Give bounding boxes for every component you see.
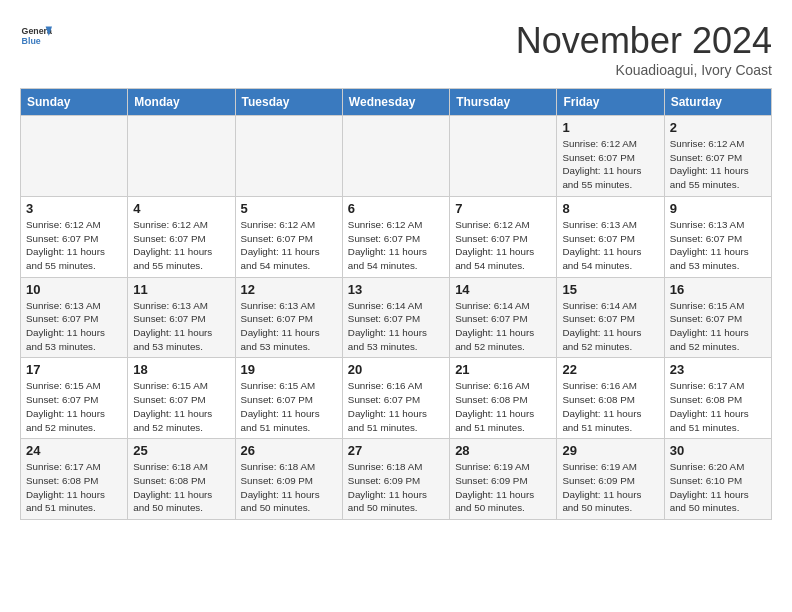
day-info: Sunrise: 6:19 AM Sunset: 6:09 PM Dayligh… xyxy=(455,460,551,515)
calendar-day-cell: 20Sunrise: 6:16 AM Sunset: 6:07 PM Dayli… xyxy=(342,358,449,439)
calendar-day-cell: 11Sunrise: 6:13 AM Sunset: 6:07 PM Dayli… xyxy=(128,277,235,358)
calendar-day-cell: 9Sunrise: 6:13 AM Sunset: 6:07 PM Daylig… xyxy=(664,196,771,277)
day-number: 21 xyxy=(455,362,551,377)
calendar-day-cell: 1Sunrise: 6:12 AM Sunset: 6:07 PM Daylig… xyxy=(557,116,664,197)
calendar-week-row: 17Sunrise: 6:15 AM Sunset: 6:07 PM Dayli… xyxy=(21,358,772,439)
day-info: Sunrise: 6:13 AM Sunset: 6:07 PM Dayligh… xyxy=(26,299,122,354)
day-info: Sunrise: 6:19 AM Sunset: 6:09 PM Dayligh… xyxy=(562,460,658,515)
day-of-week-header: Friday xyxy=(557,89,664,116)
day-number: 10 xyxy=(26,282,122,297)
day-number: 7 xyxy=(455,201,551,216)
day-number: 9 xyxy=(670,201,766,216)
day-number: 15 xyxy=(562,282,658,297)
day-number: 19 xyxy=(241,362,337,377)
calendar-day-cell: 4Sunrise: 6:12 AM Sunset: 6:07 PM Daylig… xyxy=(128,196,235,277)
calendar-week-row: 3Sunrise: 6:12 AM Sunset: 6:07 PM Daylig… xyxy=(21,196,772,277)
calendar-table: SundayMondayTuesdayWednesdayThursdayFrid… xyxy=(20,88,772,520)
day-of-week-header: Tuesday xyxy=(235,89,342,116)
calendar-day-cell: 27Sunrise: 6:18 AM Sunset: 6:09 PM Dayli… xyxy=(342,439,449,520)
calendar-day-cell: 14Sunrise: 6:14 AM Sunset: 6:07 PM Dayli… xyxy=(450,277,557,358)
day-of-week-header: Sunday xyxy=(21,89,128,116)
day-of-week-header: Saturday xyxy=(664,89,771,116)
day-info: Sunrise: 6:18 AM Sunset: 6:08 PM Dayligh… xyxy=(133,460,229,515)
day-of-week-header: Thursday xyxy=(450,89,557,116)
calendar-day-cell: 12Sunrise: 6:13 AM Sunset: 6:07 PM Dayli… xyxy=(235,277,342,358)
day-info: Sunrise: 6:14 AM Sunset: 6:07 PM Dayligh… xyxy=(562,299,658,354)
day-number: 23 xyxy=(670,362,766,377)
day-number: 28 xyxy=(455,443,551,458)
calendar-day-cell: 8Sunrise: 6:13 AM Sunset: 6:07 PM Daylig… xyxy=(557,196,664,277)
day-info: Sunrise: 6:18 AM Sunset: 6:09 PM Dayligh… xyxy=(241,460,337,515)
day-info: Sunrise: 6:17 AM Sunset: 6:08 PM Dayligh… xyxy=(26,460,122,515)
calendar-day-cell: 5Sunrise: 6:12 AM Sunset: 6:07 PM Daylig… xyxy=(235,196,342,277)
day-info: Sunrise: 6:12 AM Sunset: 6:07 PM Dayligh… xyxy=(670,137,766,192)
day-info: Sunrise: 6:16 AM Sunset: 6:07 PM Dayligh… xyxy=(348,379,444,434)
calendar-day-cell: 25Sunrise: 6:18 AM Sunset: 6:08 PM Dayli… xyxy=(128,439,235,520)
day-info: Sunrise: 6:15 AM Sunset: 6:07 PM Dayligh… xyxy=(670,299,766,354)
calendar-day-cell: 17Sunrise: 6:15 AM Sunset: 6:07 PM Dayli… xyxy=(21,358,128,439)
calendar-day-cell: 19Sunrise: 6:15 AM Sunset: 6:07 PM Dayli… xyxy=(235,358,342,439)
calendar-day-cell: 21Sunrise: 6:16 AM Sunset: 6:08 PM Dayli… xyxy=(450,358,557,439)
day-number: 5 xyxy=(241,201,337,216)
day-info: Sunrise: 6:13 AM Sunset: 6:07 PM Dayligh… xyxy=(241,299,337,354)
day-number: 13 xyxy=(348,282,444,297)
day-info: Sunrise: 6:12 AM Sunset: 6:07 PM Dayligh… xyxy=(241,218,337,273)
day-info: Sunrise: 6:13 AM Sunset: 6:07 PM Dayligh… xyxy=(562,218,658,273)
day-info: Sunrise: 6:17 AM Sunset: 6:08 PM Dayligh… xyxy=(670,379,766,434)
calendar-day-cell: 3Sunrise: 6:12 AM Sunset: 6:07 PM Daylig… xyxy=(21,196,128,277)
calendar-day-cell xyxy=(235,116,342,197)
calendar-week-row: 24Sunrise: 6:17 AM Sunset: 6:08 PM Dayli… xyxy=(21,439,772,520)
calendar-day-cell xyxy=(128,116,235,197)
day-number: 12 xyxy=(241,282,337,297)
calendar-day-cell: 16Sunrise: 6:15 AM Sunset: 6:07 PM Dayli… xyxy=(664,277,771,358)
calendar-day-cell: 7Sunrise: 6:12 AM Sunset: 6:07 PM Daylig… xyxy=(450,196,557,277)
calendar-day-cell: 29Sunrise: 6:19 AM Sunset: 6:09 PM Dayli… xyxy=(557,439,664,520)
day-number: 11 xyxy=(133,282,229,297)
day-number: 4 xyxy=(133,201,229,216)
day-info: Sunrise: 6:16 AM Sunset: 6:08 PM Dayligh… xyxy=(562,379,658,434)
calendar-day-cell: 28Sunrise: 6:19 AM Sunset: 6:09 PM Dayli… xyxy=(450,439,557,520)
calendar-day-cell xyxy=(450,116,557,197)
calendar-day-cell xyxy=(21,116,128,197)
svg-text:Blue: Blue xyxy=(22,36,41,46)
calendar-week-row: 1Sunrise: 6:12 AM Sunset: 6:07 PM Daylig… xyxy=(21,116,772,197)
day-info: Sunrise: 6:12 AM Sunset: 6:07 PM Dayligh… xyxy=(348,218,444,273)
day-number: 18 xyxy=(133,362,229,377)
calendar-day-cell: 6Sunrise: 6:12 AM Sunset: 6:07 PM Daylig… xyxy=(342,196,449,277)
day-info: Sunrise: 6:14 AM Sunset: 6:07 PM Dayligh… xyxy=(455,299,551,354)
day-number: 2 xyxy=(670,120,766,135)
calendar-header-row: SundayMondayTuesdayWednesdayThursdayFrid… xyxy=(21,89,772,116)
day-info: Sunrise: 6:15 AM Sunset: 6:07 PM Dayligh… xyxy=(26,379,122,434)
day-info: Sunrise: 6:16 AM Sunset: 6:08 PM Dayligh… xyxy=(455,379,551,434)
calendar-day-cell xyxy=(342,116,449,197)
day-info: Sunrise: 6:12 AM Sunset: 6:07 PM Dayligh… xyxy=(133,218,229,273)
month-year-title: November 2024 xyxy=(516,20,772,62)
calendar-day-cell: 2Sunrise: 6:12 AM Sunset: 6:07 PM Daylig… xyxy=(664,116,771,197)
calendar-day-cell: 15Sunrise: 6:14 AM Sunset: 6:07 PM Dayli… xyxy=(557,277,664,358)
day-info: Sunrise: 6:13 AM Sunset: 6:07 PM Dayligh… xyxy=(133,299,229,354)
day-info: Sunrise: 6:14 AM Sunset: 6:07 PM Dayligh… xyxy=(348,299,444,354)
day-number: 25 xyxy=(133,443,229,458)
location-subtitle: Kouadioagui, Ivory Coast xyxy=(516,62,772,78)
logo-icon: General Blue xyxy=(20,20,52,52)
day-number: 30 xyxy=(670,443,766,458)
calendar-day-cell: 23Sunrise: 6:17 AM Sunset: 6:08 PM Dayli… xyxy=(664,358,771,439)
day-number: 16 xyxy=(670,282,766,297)
calendar-day-cell: 30Sunrise: 6:20 AM Sunset: 6:10 PM Dayli… xyxy=(664,439,771,520)
day-number: 14 xyxy=(455,282,551,297)
day-info: Sunrise: 6:13 AM Sunset: 6:07 PM Dayligh… xyxy=(670,218,766,273)
day-number: 20 xyxy=(348,362,444,377)
calendar-week-row: 10Sunrise: 6:13 AM Sunset: 6:07 PM Dayli… xyxy=(21,277,772,358)
calendar-day-cell: 10Sunrise: 6:13 AM Sunset: 6:07 PM Dayli… xyxy=(21,277,128,358)
day-number: 17 xyxy=(26,362,122,377)
day-number: 24 xyxy=(26,443,122,458)
title-block: November 2024 Kouadioagui, Ivory Coast xyxy=(516,20,772,78)
day-number: 27 xyxy=(348,443,444,458)
calendar-day-cell: 24Sunrise: 6:17 AM Sunset: 6:08 PM Dayli… xyxy=(21,439,128,520)
day-info: Sunrise: 6:12 AM Sunset: 6:07 PM Dayligh… xyxy=(26,218,122,273)
day-info: Sunrise: 6:18 AM Sunset: 6:09 PM Dayligh… xyxy=(348,460,444,515)
day-info: Sunrise: 6:12 AM Sunset: 6:07 PM Dayligh… xyxy=(455,218,551,273)
day-number: 29 xyxy=(562,443,658,458)
calendar-day-cell: 13Sunrise: 6:14 AM Sunset: 6:07 PM Dayli… xyxy=(342,277,449,358)
calendar-day-cell: 26Sunrise: 6:18 AM Sunset: 6:09 PM Dayli… xyxy=(235,439,342,520)
